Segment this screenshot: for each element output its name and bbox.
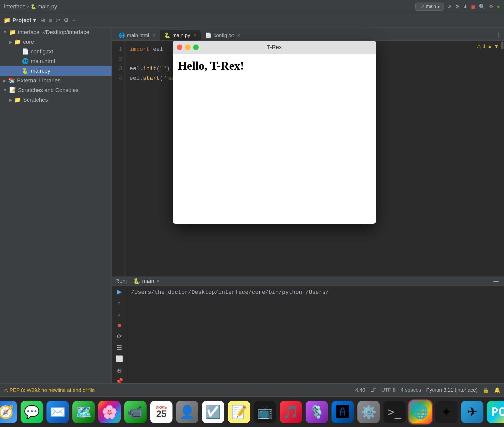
settings-icon[interactable]: ⚙ — [64, 17, 69, 24]
sidebar-item-main-py[interactable]: 🐍 main.py — [0, 66, 112, 76]
dock-calendar[interactable]: июль 25 — [150, 401, 172, 423]
run-rerun-icon[interactable]: ⟳ — [117, 333, 122, 340]
run-tab-main[interactable]: 🐍 main ✕ — [130, 277, 163, 285]
appletv-icon: 📺 — [257, 405, 273, 419]
sidebar-item-label: core — [23, 39, 34, 45]
stop-icon[interactable]: ◼ — [471, 4, 475, 10]
window-minimize-btn[interactable] — [185, 44, 191, 50]
dock-messages[interactable]: 💬 — [21, 401, 43, 423]
pycharm-icon: PC — [492, 405, 504, 418]
dock-pycharm[interactable]: PC — [487, 401, 504, 423]
chevron-down-icon[interactable]: ▼ — [494, 43, 499, 49]
run-up-icon[interactable]: ↑ — [118, 299, 121, 307]
project-label: Project — [12, 17, 32, 24]
expand-icon[interactable]: ⇌ — [56, 17, 60, 24]
close-icon[interactable]: ✕ — [237, 33, 240, 38]
scope-icon[interactable]: ⊕ — [41, 17, 45, 24]
sort-icon[interactable]: ≡ — [49, 17, 52, 24]
sidebar-item-label: Scratches and Consoles — [18, 87, 78, 94]
chevron-right-icon: ▶ — [9, 98, 12, 102]
run-filter-icon[interactable]: ⬜ — [116, 355, 123, 362]
sidebar-item-external-libs[interactable]: ▶ 📚 External Libraries — [0, 76, 112, 85]
branch-selector[interactable]: ⎇ main ▾ — [415, 3, 444, 11]
dock-notes[interactable]: 📝 — [228, 401, 250, 423]
sidebar-item-config[interactable]: 📄 config.txt — [0, 47, 112, 56]
dock-mail[interactable]: ✉️ — [46, 401, 69, 423]
run-content: ▶ ↑ ↓ ■ ⟳ ☰ ⬜ 🖨 📌 🗑 /Users/the_doctor/De… — [112, 286, 504, 383]
settings-icon[interactable]: ⚙ — [489, 4, 493, 10]
dock-maps[interactable]: 🗺️ — [72, 401, 95, 423]
trex-body: Hello, T-Rex! — [173, 54, 376, 224]
tab-config-txt[interactable]: 📄 config.txt ✕ — [201, 30, 245, 40]
dock-chrome[interactable]: 🌐 — [409, 401, 432, 423]
run-pin-icon[interactable]: 📌 — [116, 378, 123, 383]
dock-music[interactable]: 🎵 — [280, 401, 302, 423]
messages-icon: 💬 — [24, 405, 40, 419]
status-python[interactable]: Python 3.11 (interface) — [426, 387, 478, 393]
dock-appstore[interactable]: 🅰 — [332, 401, 354, 423]
tab-main-html[interactable]: 🌐 main.html ✕ — [114, 30, 160, 40]
build-icon[interactable]: ⚙ — [455, 4, 460, 10]
dock-figma[interactable]: ✦ — [435, 401, 458, 423]
run-tab-close-icon[interactable]: ✕ — [156, 279, 160, 284]
refresh-icon[interactable]: ↺ — [447, 4, 451, 10]
lock-icon: 🔒 — [483, 387, 489, 393]
close-icon[interactable]: ✕ — [152, 33, 155, 38]
dock-telegram[interactable]: ✈ — [461, 401, 483, 423]
search-icon[interactable]: 🔍 — [479, 4, 485, 10]
download-icon[interactable]: ⬇ — [463, 4, 467, 10]
dock-podcasts[interactable]: 🎙️ — [306, 401, 328, 423]
run-panel: Run: 🐍 main ✕ — ▶ ↑ ↓ ■ ⟳ ☰ — [112, 277, 504, 383]
dock-facetime[interactable]: 📹 — [124, 401, 147, 423]
editor-and-run: 🌐 main.html ✕ 🐍 main.py ✕ 📄 config.txt ✕… — [112, 27, 504, 383]
dock-reminders[interactable]: ☑️ — [202, 401, 224, 423]
notes-icon: 📝 — [231, 405, 247, 419]
line-num: 4 — [114, 74, 122, 83]
terminal-icon: >_ — [388, 405, 401, 418]
close-icon[interactable]: ✕ — [193, 33, 197, 38]
dock-appletv[interactable]: 📺 — [254, 401, 276, 423]
podcasts-icon: 🎙️ — [309, 405, 325, 419]
sidebar-item-label: main.html — [31, 58, 55, 65]
status-encoding: UTF-8 — [381, 387, 396, 393]
editor-warning: ⚠ 1 ▲ ▼ — [477, 43, 499, 49]
breadcrumb-sep: › — [27, 3, 29, 10]
dock-terminal[interactable]: >_ — [383, 401, 406, 423]
status-position: 4:40 — [355, 387, 365, 393]
jetbrains-icon: ● — [497, 4, 500, 9]
run-play-icon[interactable]: ▶ — [117, 288, 122, 295]
tab-overflow-menu[interactable]: ⋮ — [496, 32, 501, 40]
sidebar-item-interface[interactable]: ▼ 📁 interface ~/Desktop/interface — [0, 27, 112, 37]
chevron-down-icon: ▾ — [437, 4, 440, 9]
collapse-icon[interactable]: − — [72, 17, 76, 24]
run-list-icon[interactable]: ☰ — [117, 344, 122, 351]
sidebar-item-core[interactable]: ▶ 📁 core — [0, 37, 112, 47]
breadcrumb-file: main.py — [38, 3, 57, 10]
run-down-icon[interactable]: ↓ — [118, 311, 121, 318]
collapse-icon[interactable]: — — [493, 278, 499, 284]
chevron-up-icon[interactable]: ▲ — [487, 43, 492, 49]
folder-icon: 📁 — [14, 39, 21, 45]
trex-window: T-Rex Hello, T-Rex! — [173, 41, 376, 224]
scrollbar-thumb[interactable] — [501, 42, 503, 49]
sidebar-item-main-html[interactable]: 🌐 main.html — [0, 56, 112, 66]
sidebar-item-label: External Libraries — [17, 77, 60, 84]
run-print-icon[interactable]: 🖨 — [116, 367, 122, 374]
dock-safari[interactable]: 🧭 — [0, 401, 17, 423]
line-num: 3 — [114, 64, 122, 74]
run-stop-icon[interactable]: ■ — [117, 322, 121, 329]
dock-contacts[interactable]: 👤 — [176, 401, 198, 423]
dock-photos[interactable]: 🌸 — [98, 401, 121, 423]
sidebar-item-scratches-folder[interactable]: ▶ 📁 Scratches — [0, 95, 112, 105]
window-maximize-btn[interactable] — [193, 44, 199, 50]
calendar-date: 25 — [156, 409, 166, 419]
tab-main-py[interactable]: 🐍 main.py ✕ — [160, 30, 201, 40]
sidebar-item-scratches[interactable]: ▼ 📝 Scratches and Consoles — [0, 85, 112, 95]
window-close-btn[interactable] — [177, 44, 182, 50]
dock-syspreferences[interactable]: ⚙️ — [357, 401, 380, 423]
telegram-icon: ✈ — [467, 405, 478, 419]
bell-icon[interactable]: 🔔 — [494, 387, 500, 393]
library-icon: 📚 — [8, 77, 15, 84]
project-dropdown[interactable]: Project ▾ — [12, 17, 36, 24]
editor-scrollbar — [500, 41, 504, 277]
